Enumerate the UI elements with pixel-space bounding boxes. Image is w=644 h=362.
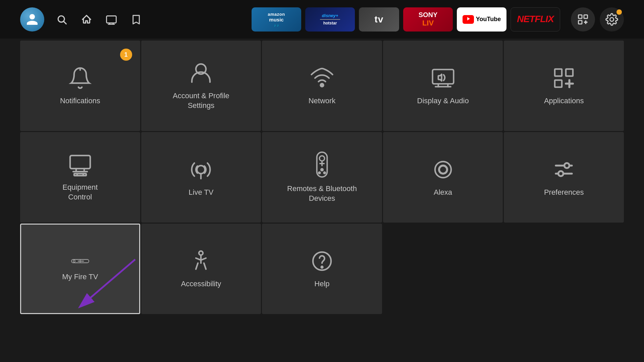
svg-point-38	[321, 169, 323, 171]
help-label: Help	[314, 279, 329, 289]
svg-rect-8	[584, 15, 588, 18]
bell-icon	[68, 66, 92, 90]
alexa-ring-icon	[431, 158, 455, 182]
search-icon[interactable]	[54, 12, 69, 27]
svg-point-15	[320, 83, 323, 86]
svg-rect-21	[566, 69, 573, 76]
svg-point-12	[610, 17, 613, 21]
svg-rect-25	[70, 156, 90, 169]
app-shortcuts: amazon music ♪ ♪ disney+ hotstar tv SONY…	[252, 7, 560, 32]
person-icon	[189, 61, 213, 85]
svg-line-1	[64, 21, 66, 24]
youtube-app[interactable]: YouTube	[457, 7, 506, 32]
notifications-tile[interactable]: 1 Notifications	[20, 41, 140, 131]
applications-label: Applications	[544, 96, 584, 106]
preferences-tile[interactable]: Preferences	[504, 132, 624, 223]
notification-badge: 1	[120, 49, 132, 61]
settings-grid: 1 Notifications Account & ProfileSetting…	[0, 40, 644, 314]
svg-point-53	[199, 251, 203, 255]
svg-point-39	[319, 172, 320, 174]
settings-notification-dot	[616, 9, 622, 15]
live-tv-tile[interactable]: Live TV	[141, 132, 261, 223]
sony-liv-app[interactable]: SONY LIV	[403, 7, 453, 32]
tv-app[interactable]: tv	[359, 7, 399, 32]
svg-rect-9	[579, 20, 582, 24]
account-profile-tile[interactable]: Account & ProfileSettings	[141, 41, 261, 131]
svg-point-46	[558, 171, 564, 176]
svg-point-35	[319, 156, 324, 161]
alexa-label: Alexa	[434, 188, 452, 197]
nav-left-icons	[20, 7, 144, 32]
network-label: Network	[309, 96, 336, 106]
account-profile-label: Account & ProfileSettings	[173, 91, 229, 110]
applications-tile[interactable]: Applications	[504, 41, 624, 131]
monitor-speaker-icon	[430, 66, 457, 90]
help-tile[interactable]: Help	[262, 224, 382, 314]
wifi-icon	[310, 66, 334, 90]
netflix-app[interactable]: NETFLIX	[511, 7, 560, 32]
svg-rect-7	[579, 15, 582, 18]
sliders-icon	[552, 158, 576, 182]
svg-rect-29	[74, 174, 86, 176]
svg-point-48	[73, 260, 75, 262]
display-audio-tile[interactable]: Display & Audio	[383, 41, 503, 131]
amazon-music-app[interactable]: amazon music ♪ ♪	[252, 7, 301, 32]
question-circle-icon	[310, 249, 334, 273]
bookmark-icon[interactable]	[129, 12, 144, 27]
remote-icon	[314, 151, 330, 178]
top-navigation: amazon music ♪ ♪ disney+ hotstar tv SONY…	[0, 0, 644, 39]
alexa-tile[interactable]: Alexa	[383, 132, 503, 223]
svg-point-41	[435, 162, 451, 178]
svg-point-40	[324, 172, 325, 174]
display-audio-label: Display & Audio	[417, 96, 469, 106]
apps-grid-icon	[552, 66, 576, 90]
notifications-label: Notifications	[60, 96, 100, 106]
svg-point-45	[565, 163, 570, 168]
my-fire-tv-tile[interactable]: My Fire TV	[20, 224, 140, 314]
settings-button[interactable]	[600, 7, 624, 32]
equipment-control-tile[interactable]: EquipmentControl	[20, 132, 140, 223]
svg-rect-2	[107, 16, 116, 23]
network-tile[interactable]: Network	[262, 41, 382, 131]
svg-marker-6	[467, 17, 470, 20]
accessibility-icon	[189, 249, 213, 273]
svg-point-32	[197, 166, 205, 174]
home-icon[interactable]	[79, 12, 94, 27]
remotes-bluetooth-tile[interactable]: Remotes & BluetoothDevices	[262, 132, 382, 223]
monitor-icon	[68, 153, 92, 177]
equipment-control-label: EquipmentControl	[62, 183, 98, 202]
preferences-label: Preferences	[544, 188, 584, 197]
nav-right-icons	[571, 7, 624, 32]
svg-rect-16	[432, 69, 453, 84]
tv-icon[interactable]	[104, 12, 119, 27]
svg-point-56	[321, 266, 323, 268]
accessibility-label: Accessibility	[181, 279, 221, 289]
fire-tv-remote-icon	[70, 256, 90, 266]
live-tv-label: Live TV	[189, 188, 213, 197]
disney-hotstar-app[interactable]: disney+ hotstar	[305, 7, 355, 32]
svg-point-42	[439, 166, 447, 174]
accessibility-tile[interactable]: Accessibility	[141, 224, 261, 314]
my-fire-tv-label: My Fire TV	[62, 272, 98, 282]
svg-rect-22	[555, 80, 562, 87]
user-avatar[interactable]	[20, 7, 44, 32]
remotes-bluetooth-label: Remotes & BluetoothDevices	[287, 184, 357, 203]
grid-menu-button[interactable]	[571, 7, 595, 32]
svg-rect-20	[555, 69, 562, 76]
antenna-icon	[189, 158, 213, 182]
